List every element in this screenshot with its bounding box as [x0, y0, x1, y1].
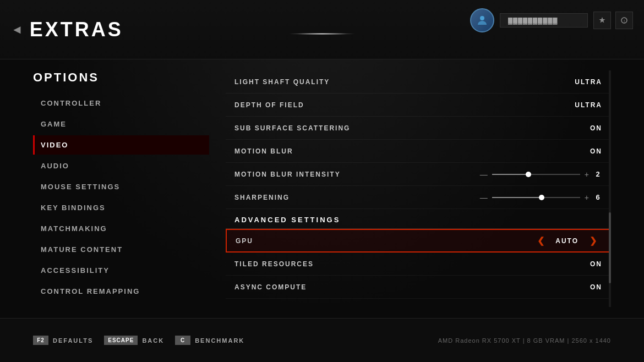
gpu-arrow-left[interactable]: ❮	[533, 235, 549, 246]
sharpening-slider-minus-icon: —	[480, 193, 488, 202]
setting-value-sub-surface-scattering: ON	[590, 124, 602, 132]
key-escape[interactable]: ESCAPE	[104, 336, 138, 345]
setting-label-light-shaft-quality: LIGHT SHAFT QUALITY	[234, 78, 330, 86]
advanced-settings-header: ADVANCED SETTINGS	[226, 209, 611, 229]
slider-plus-icon: +	[585, 170, 589, 179]
key-bind-benchmark: C BENCHMARK	[175, 336, 244, 345]
header-center-decoration	[289, 33, 355, 36]
setting-label-async-compute: ASYNC COMPUTE	[234, 283, 307, 291]
page-title: EXTRAS	[30, 18, 123, 41]
user-info-panel: ▓▓▓▓▓▓▓▓▓▓	[500, 13, 588, 28]
setting-sharpening[interactable]: SHARPENING — + 6	[226, 186, 611, 209]
setting-label-sub-surface-scattering: SUB SURFACE SCATTERING	[234, 124, 350, 132]
avatar-icon	[476, 14, 489, 27]
sharpening-slider-container: — + 6	[480, 193, 602, 202]
main-content: OPTIONS CONTROLLER GAME VIDEO AUDIO MOUS…	[0, 59, 644, 318]
sidebar-item-game[interactable]: GAME	[33, 114, 209, 134]
svg-point-0	[480, 16, 484, 20]
setting-depth-of-field[interactable]: DEPTH OF FIELD ULTRA	[226, 94, 611, 117]
setting-label-gpu: GPU	[236, 237, 253, 245]
key-label-defaults: DEFAULTS	[53, 337, 93, 344]
settings-scroll: LIGHT SHAFT QUALITY ULTRA DEPTH OF FIELD…	[226, 70, 611, 307]
key-label-benchmark: BENCHMARK	[195, 337, 244, 344]
setting-motion-blur[interactable]: MOTION BLUR ON	[226, 140, 611, 163]
header-icon-2[interactable]: !	[615, 12, 633, 29]
sidebar-item-control-remapping[interactable]: CONTROL REMAPPING	[33, 282, 209, 301]
setting-value-light-shaft-quality: ULTRA	[575, 78, 602, 86]
motion-blur-intensity-slider-container: — + 2	[480, 170, 602, 179]
header-icon-1[interactable]	[593, 12, 611, 29]
key-label-back: BACK	[142, 337, 164, 344]
sidebar-item-mouse-settings[interactable]: MOUSE SETTINGS	[33, 177, 209, 196]
options-title: OPTIONS	[33, 70, 209, 85]
key-c[interactable]: C	[175, 336, 190, 345]
header-left: ◄ EXTRAS	[11, 18, 123, 41]
gpu-arrow-right[interactable]: ❯	[585, 235, 601, 246]
user-avatar	[470, 8, 494, 32]
setting-value-gpu: AUTO	[555, 237, 578, 245]
content-panel: LIGHT SHAFT QUALITY ULTRA DEPTH OF FIELD…	[226, 70, 611, 307]
setting-value-tiled-resources: ON	[590, 260, 602, 268]
slider-fill	[492, 174, 527, 175]
key-bind-defaults: F2 DEFAULTS	[33, 336, 93, 345]
setting-value-motion-blur: ON	[590, 147, 602, 155]
header-action-icons: !	[593, 12, 633, 29]
scrollbar[interactable]	[609, 70, 611, 307]
setting-async-compute[interactable]: ASYNC COMPUTE ON	[226, 276, 611, 299]
setting-light-shaft-quality[interactable]: LIGHT SHAFT QUALITY ULTRA	[226, 70, 611, 94]
sidebar-item-mature-content[interactable]: MATURE CONTENT	[33, 240, 209, 259]
motion-blur-intensity-value: 2	[593, 170, 602, 178]
setting-label-depth-of-field: DEPTH OF FIELD	[234, 101, 304, 109]
sharpening-value: 6	[593, 193, 602, 201]
setting-sub-surface-scattering[interactable]: SUB SURFACE SCATTERING ON	[226, 117, 611, 140]
sharpening-slider-thumb	[539, 195, 544, 200]
sidebar-item-matchmaking[interactable]: MATCHMAKING	[33, 219, 209, 238]
key-bind-back: ESCAPE BACK	[104, 336, 164, 345]
setting-value-diagnostic-mode: OFF	[586, 306, 602, 308]
header-right: ▓▓▓▓▓▓▓▓▓▓ !	[470, 8, 633, 32]
menu-items: CONTROLLER GAME VIDEO AUDIO MOUSE SETTIN…	[33, 94, 209, 301]
system-info: AMD Radeon RX 5700 XT | 8 GB VRAM | 2560…	[438, 337, 611, 344]
gpu-value-area: ❮ AUTO ❯	[533, 235, 601, 246]
sharpening-slider[interactable]	[492, 197, 580, 198]
sidebar-item-audio[interactable]: AUDIO	[33, 156, 209, 175]
setting-gpu[interactable]: GPU ❮ AUTO ❯	[226, 229, 611, 253]
sidebar-item-accessibility[interactable]: ACCESSIBILITY	[33, 261, 209, 280]
bottom-bar: F2 DEFAULTS ESCAPE BACK C BENCHMARK AMD …	[0, 318, 644, 362]
setting-label-motion-blur-intensity: MOTION BLUR INTENSITY	[234, 171, 341, 178]
setting-value-depth-of-field: ULTRA	[575, 101, 602, 109]
sidebar-item-video[interactable]: VIDEO	[33, 135, 209, 155]
scrollbar-thumb	[609, 212, 611, 283]
bottom-key-bindings: F2 DEFAULTS ESCAPE BACK C BENCHMARK	[33, 336, 244, 345]
setting-label-tiled-resources: TILED RESOURCES	[234, 260, 314, 268]
setting-label-motion-blur: MOTION BLUR	[234, 147, 293, 155]
sharpening-slider-fill	[492, 197, 541, 198]
slider-thumb	[526, 172, 531, 177]
setting-motion-blur-intensity[interactable]: MOTION BLUR INTENSITY — + 2	[226, 163, 611, 186]
sharpening-slider-plus-icon: +	[585, 193, 589, 202]
setting-tiled-resources[interactable]: TILED RESOURCES ON	[226, 253, 611, 276]
header: ◄ EXTRAS ▓▓▓▓▓▓▓▓▓▓ !	[0, 0, 644, 59]
sidebar-item-key-bindings[interactable]: KEY BINDINGS	[33, 198, 209, 217]
motion-blur-intensity-slider[interactable]	[492, 174, 580, 175]
svg-text:!: !	[624, 19, 625, 24]
setting-diagnostic-mode[interactable]: DIAGNOSTIC MODE OFF	[226, 299, 611, 307]
header-glow	[289, 33, 355, 35]
slider-minus-icon: —	[480, 170, 488, 179]
setting-value-async-compute: ON	[590, 283, 602, 291]
key-f2[interactable]: F2	[33, 336, 48, 345]
user-name: ▓▓▓▓▓▓▓▓▓▓	[508, 17, 580, 24]
setting-label-sharpening: SHARPENING	[234, 194, 290, 201]
setting-label-diagnostic-mode: DIAGNOSTIC MODE	[234, 306, 314, 308]
sidebar-item-controller[interactable]: CONTROLLER	[33, 94, 209, 113]
back-arrow-icon: ◄	[11, 23, 23, 37]
sidebar: OPTIONS CONTROLLER GAME VIDEO AUDIO MOUS…	[33, 70, 209, 307]
